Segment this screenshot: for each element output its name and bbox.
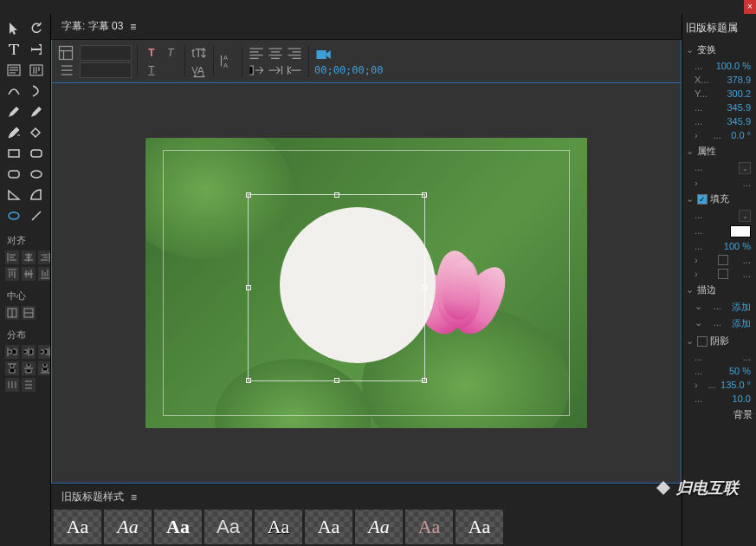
subtitle-menu-icon[interactable]: ≡	[130, 21, 136, 33]
ellipse-tool[interactable]	[3, 206, 24, 225]
fill-sheen-checkbox[interactable]	[718, 255, 728, 265]
fill-checkbox[interactable]: ✓	[697, 194, 708, 205]
convert-anchor-tool[interactable]	[26, 123, 47, 142]
distribute-v2[interactable]	[22, 361, 36, 375]
shadow-distance[interactable]: 10.0	[733, 393, 751, 404]
center-horizontal[interactable]	[5, 306, 19, 320]
tab-icon[interactable]	[248, 62, 265, 78]
styles-menu-icon[interactable]: ≡	[131, 491, 137, 504]
align-right-text[interactable]	[286, 45, 303, 61]
style-thumb-8[interactable]: Aa	[405, 510, 453, 544]
stroke-add-outer[interactable]: 添加	[732, 301, 751, 314]
rectangle-tool[interactable]	[3, 144, 24, 163]
fill-type-select[interactable]: ⌄	[739, 210, 751, 222]
distribute-h1[interactable]	[5, 345, 19, 359]
center-vertical[interactable]	[22, 306, 36, 320]
twisty-fill-sub1[interactable]: ›	[695, 255, 703, 265]
rotate-tool[interactable]	[26, 19, 47, 38]
twisty-transform[interactable]: ⌄	[686, 44, 695, 55]
twisty-fill[interactable]: ⌄	[686, 193, 695, 205]
delete-anchor-tool[interactable]	[3, 123, 24, 142]
style-thumb-1[interactable]: Aa	[54, 510, 101, 544]
vertical-area-type-tool[interactable]	[26, 61, 47, 80]
style-thumb-7[interactable]: Aa	[355, 510, 403, 544]
font-style-select[interactable]	[80, 62, 132, 78]
y-value[interactable]: 300.2	[727, 88, 751, 99]
align-hcenter[interactable]	[22, 250, 36, 264]
align-left[interactable]	[5, 250, 19, 264]
shadow-checkbox[interactable]	[697, 336, 708, 347]
style-thumb-2[interactable]: Aa	[104, 510, 152, 544]
selection-bounds[interactable]	[248, 194, 425, 381]
twisty-rotation[interactable]: ›	[695, 130, 703, 140]
fill-opacity[interactable]: 100 %	[724, 241, 751, 251]
style-thumb-3[interactable]: Aa	[154, 510, 202, 544]
line-tool[interactable]	[26, 206, 47, 225]
svg-point-4	[9, 212, 19, 219]
twisty-stroke[interactable]: ⌄	[686, 284, 695, 296]
distribute-space-h[interactable]	[5, 378, 19, 392]
style-thumb-4[interactable]: Aa	[204, 510, 252, 544]
selection-tool[interactable]	[3, 19, 24, 38]
distribute-section-label: 分布	[7, 328, 47, 341]
close-button[interactable]: ×	[744, 0, 756, 14]
distribute-v1[interactable]	[5, 361, 19, 375]
props-select[interactable]: ⌄	[739, 162, 751, 174]
type-tool[interactable]	[3, 40, 24, 59]
fill-color-swatch[interactable]	[730, 225, 751, 237]
underline-icon[interactable]: T	[143, 62, 160, 78]
align-left-text[interactable]	[248, 45, 265, 61]
clipped-rect-tool[interactable]	[3, 165, 24, 184]
style-thumb-6[interactable]: Aa	[305, 510, 352, 544]
twisty-props-sub[interactable]: ›	[695, 178, 703, 188]
kerning-icon[interactable]: VA	[191, 62, 208, 78]
rounded-clipped-tool[interactable]	[26, 165, 47, 184]
height-value[interactable]: 345.9	[727, 116, 751, 127]
arc-tool[interactable]	[26, 185, 47, 205]
twisty-shadow[interactable]: ⌄	[686, 335, 695, 347]
font-size-icon[interactable]: tT	[191, 45, 208, 61]
area-type-tool[interactable]	[3, 61, 24, 80]
wedge-tool[interactable]	[3, 185, 24, 205]
shadow-angle[interactable]: 135.0 °	[720, 380, 751, 390]
leading-icon[interactable]: AA	[219, 53, 236, 68]
shadow-color[interactable]: ...	[743, 352, 751, 362]
x-value[interactable]: 378.9	[727, 75, 751, 85]
vertical-type-tool[interactable]	[26, 40, 47, 59]
tab-in-icon[interactable]	[267, 62, 284, 78]
opacity-value[interactable]: 100.0 %	[716, 61, 751, 71]
show-video-icon[interactable]	[314, 47, 332, 62]
width-value[interactable]: 345.9	[727, 102, 751, 113]
template-icon[interactable]	[57, 45, 74, 61]
stroke-add-inner[interactable]: 添加	[732, 317, 751, 330]
align-vcenter[interactable]	[22, 267, 36, 281]
path-type-tool[interactable]	[3, 81, 24, 101]
tab-out-icon[interactable]	[286, 62, 303, 78]
props-dots: ...	[695, 162, 702, 174]
vertical-path-type-tool[interactable]	[26, 81, 47, 101]
bold-icon[interactable]: T	[143, 45, 160, 61]
add-anchor-tool[interactable]	[26, 102, 47, 121]
rounded-rect-tool[interactable]	[26, 144, 47, 163]
style-thumb-5[interactable]: Aa	[255, 510, 302, 544]
twisty-props[interactable]: ⌄	[686, 146, 695, 157]
timecode[interactable]: 00;00;00;00	[314, 64, 383, 76]
twisty-fill-sub2[interactable]: ›	[695, 269, 703, 279]
subtitle-title: 字幕: 字幕 03	[61, 19, 123, 34]
svg-rect-2	[9, 150, 19, 157]
list-icon[interactable]	[57, 62, 74, 78]
pen-tool[interactable]	[3, 102, 24, 121]
canvas-area[interactable]	[51, 83, 682, 484]
distribute-h2[interactable]	[22, 345, 36, 359]
style-thumb-9[interactable]: Aa	[456, 510, 503, 544]
italic-icon[interactable]: T	[162, 45, 179, 61]
rotation-value[interactable]: 0.0 °	[731, 130, 751, 140]
svg-text:A: A	[223, 61, 228, 68]
preview-frame[interactable]	[145, 138, 587, 428]
distribute-space-v[interactable]	[22, 378, 36, 392]
fill-texture-checkbox[interactable]	[718, 269, 728, 279]
shadow-opacity[interactable]: 50 %	[729, 366, 751, 376]
font-family-select[interactable]	[80, 45, 132, 61]
align-center-text[interactable]	[267, 45, 284, 61]
align-top[interactable]	[5, 267, 19, 281]
